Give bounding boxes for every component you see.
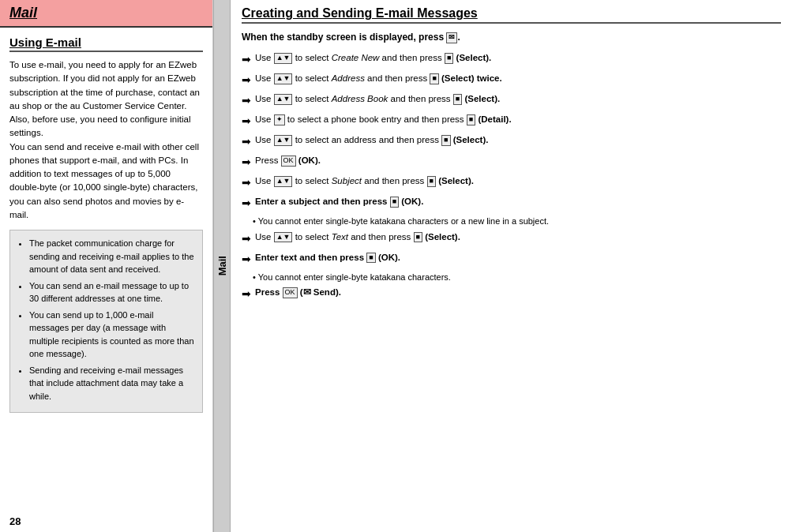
list-item: The packet communication charge for send… xyxy=(29,237,194,276)
step-10: ➡ Enter text and then press ■ (OK). xyxy=(242,251,781,268)
step-11: ➡ Press OK (✉ Send). xyxy=(242,286,781,302)
note-box: The packet communication charge for send… xyxy=(9,230,203,413)
step-4: ➡ Use ✦ to select a phone book entry and… xyxy=(242,113,781,129)
step-11-text: Press OK (✉ Send). xyxy=(255,286,781,299)
select-icon: ■ xyxy=(430,73,438,84)
right-content: When the standby screen is displayed, pr… xyxy=(242,30,781,306)
note-list: The packet communication charge for send… xyxy=(18,237,194,403)
list-item: Sending and receiving e-mail messages th… xyxy=(29,364,194,403)
step-10-text: Enter text and then press ■ (OK). xyxy=(255,251,781,264)
step-3: ➡ Use ▲▼ to select Address Book and then… xyxy=(242,92,781,109)
step-5: ➡ Use ▲▼ to select an address and then p… xyxy=(242,133,781,150)
ok-icon: ■ xyxy=(390,197,399,208)
step-6: ➡ Press OK (OK). xyxy=(242,154,781,170)
arrow-icon: ➡ xyxy=(242,230,251,247)
arrow-icon: ➡ xyxy=(242,72,251,88)
nav-icon: ▲▼ xyxy=(274,176,293,187)
step-8-note: You cannot enter single-byte katakana ch… xyxy=(253,215,781,227)
arrow-icon: ➡ xyxy=(242,92,251,109)
scroll-icon: ✦ xyxy=(274,114,285,126)
standby-line: When the standby screen is displayed, pr… xyxy=(242,30,781,45)
select-icon: ■ xyxy=(441,135,450,146)
left-header: Mail xyxy=(0,0,212,28)
step-7: ➡ Use ▲▼ to select Subject and then pres… xyxy=(242,174,781,191)
step-9-text: Use ▲▼ to select Text and then press ■ (… xyxy=(255,230,781,244)
right-header: Creating and Sending E-mail Messages xyxy=(242,6,781,24)
page-number-area: 28 xyxy=(0,511,212,532)
step-2-text: Use ▲▼ to select Address and then press … xyxy=(255,72,781,85)
select-icon: ■ xyxy=(427,176,436,187)
select-icon: ■ xyxy=(467,114,475,126)
arrow-icon: ➡ xyxy=(242,174,251,191)
ok-icon: OK xyxy=(281,155,296,167)
arrow-icon: ➡ xyxy=(242,195,251,212)
arrow-icon: ➡ xyxy=(242,154,251,170)
ok-icon: ■ xyxy=(366,253,375,264)
step-6-text: Press OK (OK). xyxy=(255,154,781,167)
step-3-text: Use ▲▼ to select Address Book and then p… xyxy=(255,92,781,106)
select-icon: ■ xyxy=(453,94,462,105)
page-number: 28 xyxy=(9,515,21,527)
mail-icon: ✉ xyxy=(446,32,457,43)
right-panel: Creating and Sending E-mail Messages Whe… xyxy=(231,0,792,532)
arrow-icon: ➡ xyxy=(242,286,251,302)
standby-text: When the standby screen is displayed, pr… xyxy=(242,32,446,43)
arrow-icon: ➡ xyxy=(242,133,251,150)
list-item: You can send an e-mail message to up to … xyxy=(29,279,194,305)
step-1: ➡ Use ▲▼ to select Create New and then p… xyxy=(242,51,781,68)
nav-icon: ▲▼ xyxy=(274,94,293,105)
step-1-text: Use ▲▼ to select Create New and then pre… xyxy=(255,51,781,65)
nav-icon: ▲▼ xyxy=(274,135,293,146)
left-panel: Mail Using E-mail To use e-mail, you nee… xyxy=(0,0,213,532)
step-9: ➡ Use ▲▼ to select Text and then press ■… xyxy=(242,230,781,247)
list-item: You can send up to 1,000 e-mail messages… xyxy=(29,309,194,361)
step-8: ➡ Enter a subject and then press ■ (OK). xyxy=(242,195,781,212)
standby-period: . xyxy=(457,32,460,43)
step-4-text: Use ✦ to select a phone book entry and t… xyxy=(255,113,781,126)
step-7-text: Use ▲▼ to select Subject and then press … xyxy=(255,174,781,188)
select-icon: ■ xyxy=(445,53,453,64)
step-10-note: You cannot enter single-byte katakana ch… xyxy=(253,272,781,283)
left-content: Using E-mail To use e-mail, you need to … xyxy=(0,28,212,511)
arrow-icon: ➡ xyxy=(242,51,251,68)
arrow-icon: ➡ xyxy=(242,113,251,129)
sidebar-label: Mail xyxy=(213,0,231,532)
ok-icon: OK xyxy=(283,287,298,298)
nav-icon: ▲▼ xyxy=(274,73,293,84)
nav-icon: ▲▼ xyxy=(274,232,293,243)
intro-text: To use e-mail, you need to apply for an … xyxy=(9,58,203,222)
left-header-title: Mail xyxy=(9,5,37,21)
step-5-text: Use ▲▼ to select an address and then pre… xyxy=(255,133,781,147)
sidebar-label-text: Mail xyxy=(216,256,228,275)
arrow-icon: ➡ xyxy=(242,251,251,268)
step-2: ➡ Use ▲▼ to select Address and then pres… xyxy=(242,72,781,88)
section-title: Using E-mail xyxy=(9,36,203,52)
nav-icon: ▲▼ xyxy=(274,53,293,64)
step-8-text: Enter a subject and then press ■ (OK). xyxy=(255,195,781,208)
select-icon: ■ xyxy=(414,232,422,243)
